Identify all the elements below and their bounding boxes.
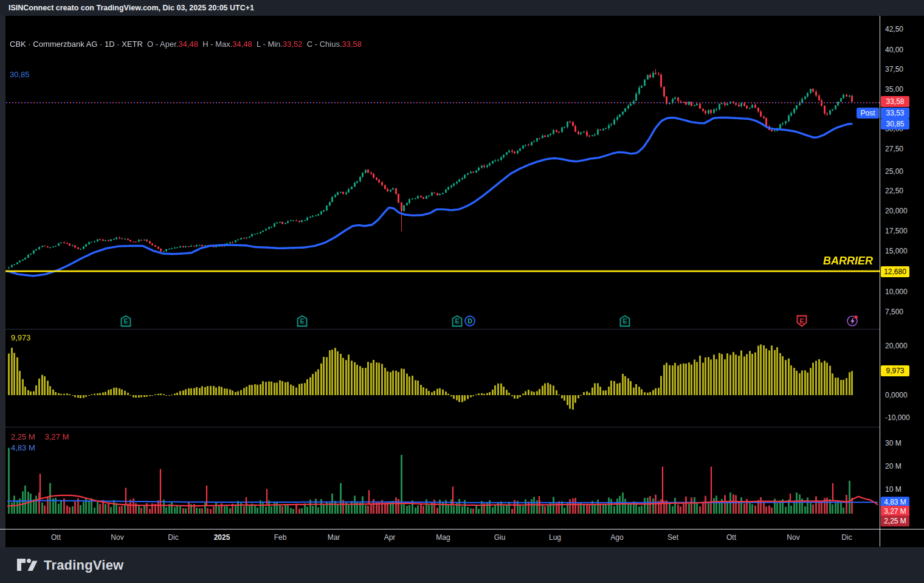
axis-tick-label: 20 M <box>885 462 902 471</box>
axis-value-badge: 12,680 <box>881 266 909 277</box>
time-axis-label: Ott <box>51 533 61 542</box>
footer-bar: TradingView <box>0 547 924 583</box>
legend-part: L - Min. <box>252 40 283 49</box>
axis-value-badge: 33,53 <box>881 108 909 119</box>
time-axis-label: Ago <box>610 533 623 542</box>
time-axis-label: Dic <box>168 533 178 542</box>
axis-tick-label: 17,500 <box>885 227 908 235</box>
price-chart-canvas[interactable] <box>0 16 880 530</box>
legend-part: O - Aper. <box>147 40 178 49</box>
axis-tick-label: 7,500 <box>885 308 903 316</box>
price-axis-divider <box>880 16 880 547</box>
flash-event-icon[interactable] <box>847 315 858 327</box>
snapshot-header: ISINConnect creato con TradingView.com, … <box>0 0 924 16</box>
svg-text:E: E <box>123 317 128 325</box>
symbol-legend[interactable]: CBK · Commerzbank AG · 1D · XETR O - Ape… <box>10 20 362 89</box>
legend-part: 33,58 <box>342 40 362 49</box>
barrier-label: BARRIER <box>823 255 873 267</box>
tradingview-logo-icon[interactable] <box>17 558 38 573</box>
snapshot-title: ISINConnect creato con TradingView.com, … <box>9 4 254 12</box>
calendar-event-icon-E[interactable]: E <box>297 315 308 327</box>
time-axis-label: Lug <box>549 533 561 542</box>
time-axis-label: Dic <box>841 533 852 542</box>
svg-text:E: E <box>455 317 459 325</box>
time-axis-label: Ott <box>726 533 736 542</box>
axis-value-badge: 9,973 <box>881 365 909 376</box>
calendar-event-icon-E[interactable]: E <box>120 315 131 327</box>
legend-part: 34,48 <box>178 40 198 49</box>
legend-part: H - Max. <box>198 40 232 49</box>
svg-text:E: E <box>300 317 304 325</box>
time-axis-divider <box>0 529 924 530</box>
volume-legend-line1: 2,25 M3,27 M <box>11 432 69 441</box>
axis-tick-label: 37,50 <box>885 65 903 74</box>
axis-tick-label: 10,000 <box>885 288 908 296</box>
calendar-event-icon-D[interactable]: D <box>464 315 475 327</box>
axis-value-badge: 2,25 M <box>881 516 909 526</box>
svg-text:E: E <box>622 317 627 325</box>
axis-tick-label: 30 M <box>885 439 902 447</box>
axis-tick-label: 27,50 <box>885 145 903 153</box>
legend-part: CBK · Commerzbank AG · 1D · XETR <box>10 40 147 49</box>
axis-tick-label: 40,00 <box>885 46 903 54</box>
time-axis-label: Feb <box>274 533 287 542</box>
axis-value-badge: 33,58 <box>881 96 909 107</box>
histogram-current-value: 9,973 <box>11 333 31 342</box>
post-market-badge: Post <box>857 108 879 119</box>
axis-tick-label: 42,50 <box>885 25 903 33</box>
axis-tick-label: 0,0000 <box>885 391 908 399</box>
time-axis-label: Nov <box>787 533 799 542</box>
tradingview-wordmark[interactable]: TradingView <box>44 557 123 573</box>
time-axis-label: Set <box>667 533 678 542</box>
time-axis-label: Nov <box>111 533 123 542</box>
volume-red-value-2: 3,27 M <box>45 432 69 441</box>
svg-text:D: D <box>467 317 472 325</box>
legend-part: 33,52 <box>283 40 303 49</box>
volume-blue-value: 4,83 M <box>11 443 35 452</box>
svg-text:E: E <box>799 317 804 325</box>
time-axis-label: 2025 <box>214 533 230 542</box>
time-axis-label: Mar <box>328 533 340 542</box>
axis-tick-label: -10,000 <box>885 413 910 422</box>
ma-current-value: 30,85 <box>10 70 362 80</box>
axis-tick-label: 20,000 <box>885 342 908 350</box>
calendar-event-icon-E[interactable]: E <box>619 315 630 327</box>
axis-tick-label: 20,000 <box>885 207 908 215</box>
time-axis-label: Mag <box>436 533 450 542</box>
legend-part: 34,48 <box>232 40 252 49</box>
time-axis-label: Apr <box>384 533 396 542</box>
axis-tick-label: 35,00 <box>885 85 903 94</box>
calendar-event-icon-E[interactable]: E <box>796 315 807 327</box>
axis-tick-label: 25,00 <box>885 167 903 176</box>
axis-value-badge: 30,85 <box>881 119 909 129</box>
axis-tick-label: 10 M <box>885 485 902 494</box>
volume-red-value-1: 2,25 M <box>11 432 35 441</box>
time-axis-label: Giu <box>494 533 506 542</box>
axis-tick-label: 22,50 <box>885 187 903 195</box>
legend-part: C - Chius. <box>303 40 342 49</box>
calendar-event-icon-E[interactable]: E <box>452 315 463 327</box>
ohlc-legend-line: CBK · Commerzbank AG · 1D · XETR O - Ape… <box>10 40 362 49</box>
axis-tick-label: 15,000 <box>885 247 908 255</box>
